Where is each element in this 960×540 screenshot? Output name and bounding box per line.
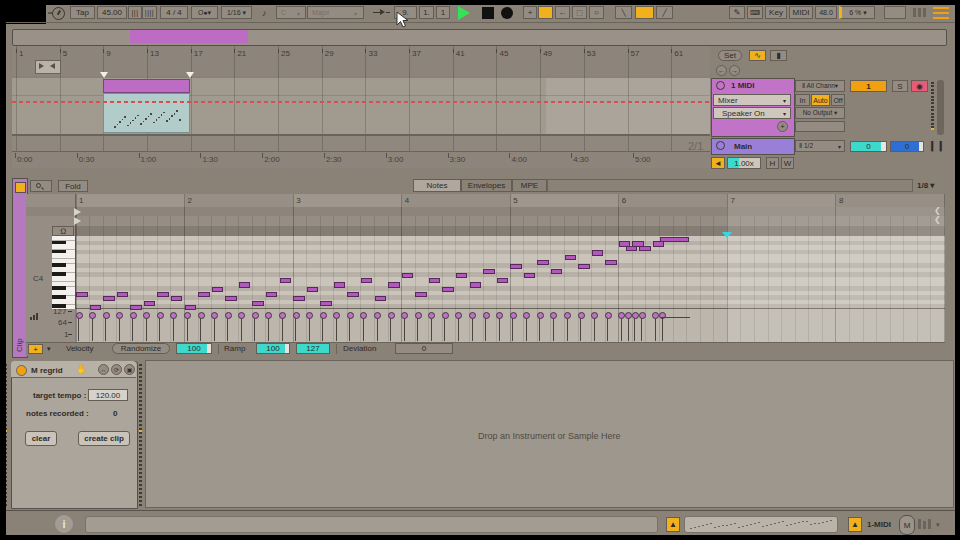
midi-note[interactable] <box>130 305 142 310</box>
time-ruler[interactable] <box>12 152 710 168</box>
cpu-meter[interactable]: 6 % ▾ <box>839 6 875 19</box>
mixer-select[interactable]: Mixer <box>713 94 791 106</box>
monitor-auto-button[interactable]: Auto <box>811 94 830 106</box>
midi-note[interactable] <box>402 273 414 278</box>
ramp-to[interactable]: 127 <box>296 343 330 354</box>
vel-lollipop[interactable] <box>442 312 449 319</box>
status-meter-chevron[interactable]: ▾ <box>936 521 940 529</box>
quantize-menu[interactable]: 1/16 ▾ <box>221 6 252 19</box>
midi-note[interactable] <box>144 301 156 306</box>
vel-lollipop[interactable] <box>483 312 490 319</box>
overdub-button[interactable] <box>538 6 553 19</box>
device-sync-button[interactable]: ⟳ <box>111 364 122 375</box>
midi-note[interactable] <box>456 273 468 278</box>
draw-mode-button[interactable] <box>635 6 654 19</box>
midi-note[interactable] <box>198 292 210 297</box>
midi-note[interactable] <box>293 296 305 301</box>
midi-note[interactable] <box>497 278 509 283</box>
vel-stem[interactable] <box>499 316 500 341</box>
midi-note[interactable] <box>320 301 332 306</box>
pr-end-chevrons[interactable]: ❮ <box>934 215 941 224</box>
vel-stem[interactable] <box>227 316 228 341</box>
monitor-in-button[interactable]: In <box>795 94 810 106</box>
scale-root-select[interactable]: C <box>276 6 306 19</box>
vel-lollipop[interactable] <box>469 312 476 319</box>
stop-button[interactable] <box>482 7 494 19</box>
vel-stem[interactable] <box>641 316 642 341</box>
randomize-amount[interactable]: 100 <box>176 343 212 354</box>
vel-lollipop[interactable] <box>130 312 137 319</box>
hamburger-menu-icon[interactable] <box>933 7 949 19</box>
speaker-icon[interactable]: ◄ <box>711 157 725 169</box>
vel-lollipop[interactable] <box>632 312 639 319</box>
pr-start-marker[interactable] <box>74 217 81 225</box>
vel-lollipop[interactable] <box>639 312 646 319</box>
vel-lollipop[interactable] <box>537 312 544 319</box>
midi-note[interactable] <box>157 292 169 297</box>
vel-lollipop[interactable] <box>293 312 300 319</box>
clip-scroll-up-button[interactable]: ▲ <box>666 517 680 532</box>
midi-note[interactable] <box>470 282 482 287</box>
pr-loop-start-marker[interactable] <box>74 208 81 216</box>
midi-note[interactable] <box>117 292 129 297</box>
add-track-button[interactable]: + <box>523 6 537 19</box>
grid-value-label[interactable]: 1/8 ▾ <box>917 181 934 190</box>
vel-stem[interactable] <box>567 316 568 341</box>
vel-stem[interactable] <box>78 316 79 341</box>
randomize-button[interactable]: Randomize <box>112 343 170 354</box>
clip-active-toggle[interactable] <box>15 182 26 193</box>
fold-button[interactable]: Fold <box>58 180 88 192</box>
midi-note[interactable] <box>653 241 665 246</box>
vel-lollipop[interactable] <box>184 312 191 319</box>
arrangement-position-beats[interactable]: 1. <box>419 6 434 19</box>
midi-note[interactable] <box>252 301 264 306</box>
vel-stem[interactable] <box>634 316 635 341</box>
arm-button[interactable]: ◉ <box>911 80 928 92</box>
vel-stem[interactable] <box>92 316 93 341</box>
solo-button[interactable]: S <box>892 80 908 92</box>
midi-map-button[interactable]: MIDI <box>789 6 813 19</box>
vel-stem[interactable] <box>526 316 527 341</box>
vel-stem[interactable] <box>105 316 106 341</box>
midi-note[interactable] <box>171 296 183 301</box>
insert-marker[interactable] <box>722 232 732 238</box>
main-track-name[interactable]: Main <box>734 142 752 151</box>
midi-note[interactable] <box>510 264 522 269</box>
device-on-button[interactable] <box>16 365 27 376</box>
vel-stem[interactable] <box>254 316 255 341</box>
pr-loop-end-chevrons[interactable]: ❮ <box>934 206 941 215</box>
back-to-arrangement-button[interactable]: ← <box>555 6 570 19</box>
arrangement-clip-header[interactable] <box>103 79 190 93</box>
pattern-icon[interactable]: |||| <box>142 6 157 19</box>
midi-note[interactable] <box>239 282 251 287</box>
preview-headphone-button[interactable]: Ω <box>52 226 74 236</box>
vel-stem[interactable] <box>349 316 350 341</box>
vel-lollipop[interactable] <box>89 312 96 319</box>
piano-black-key[interactable] <box>52 272 66 276</box>
time-signature-field[interactable]: 4 / 4 <box>160 6 188 19</box>
vel-lollipop[interactable] <box>374 312 381 319</box>
tab-notes[interactable]: Notes <box>413 179 461 192</box>
overview-clip-region[interactable] <box>130 30 248 43</box>
add-lane-button[interactable]: + <box>28 344 43 354</box>
midi-note[interactable] <box>266 292 278 297</box>
midi-note[interactable] <box>524 273 536 278</box>
midi-note[interactable] <box>90 305 102 310</box>
track-fold-icon[interactable] <box>716 81 725 90</box>
device-unfold-button[interactable]: ↔ <box>98 364 109 375</box>
midi-note[interactable] <box>605 260 617 265</box>
vel-lollipop[interactable] <box>225 312 232 319</box>
midi-note[interactable] <box>388 282 400 287</box>
main-track-lane[interactable] <box>12 136 710 151</box>
vel-lollipop[interactable] <box>76 312 83 319</box>
midi-note[interactable] <box>415 292 427 297</box>
midi-note[interactable] <box>639 246 651 251</box>
toolbar-empty-box[interactable] <box>884 6 906 19</box>
speaker-select[interactable]: Speaker On <box>713 107 791 119</box>
beat-ruler[interactable] <box>12 46 710 76</box>
vel-stem[interactable] <box>594 316 595 341</box>
vel-lollipop[interactable] <box>415 312 422 319</box>
vel-stem[interactable] <box>119 316 120 341</box>
w-button[interactable]: W <box>781 157 794 169</box>
midi-note[interactable] <box>375 296 387 301</box>
